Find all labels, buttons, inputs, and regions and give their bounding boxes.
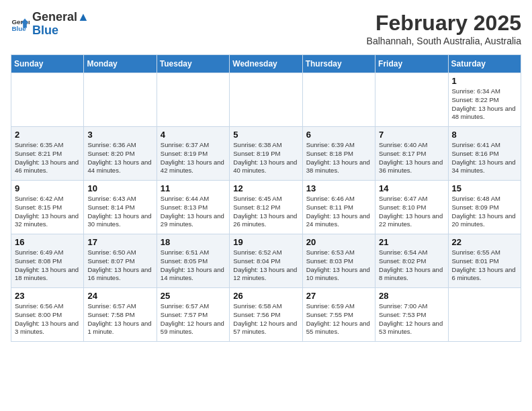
day-number: 1 — [452, 76, 517, 86]
day-number: 4 — [161, 130, 226, 140]
header: General Blue General▲ Blue February 2025… — [11, 11, 521, 46]
calendar-cell: 1Sunrise: 6:34 AM Sunset: 8:22 PM Daylig… — [448, 73, 521, 127]
calendar-cell: 21Sunrise: 6:54 AM Sunset: 8:02 PM Dayli… — [375, 234, 448, 288]
calendar-cell: 4Sunrise: 6:37 AM Sunset: 8:19 PM Daylig… — [157, 127, 229, 181]
calendar-cell: 19Sunrise: 6:52 AM Sunset: 8:04 PM Dayli… — [230, 234, 302, 288]
day-number: 20 — [306, 237, 371, 247]
day-number: 26 — [233, 291, 298, 301]
day-number: 15 — [452, 183, 517, 193]
day-number: 5 — [233, 130, 298, 140]
calendar-cell: 25Sunrise: 6:57 AM Sunset: 7:57 PM Dayli… — [157, 288, 229, 342]
day-info: Sunrise: 6:54 AM Sunset: 8:02 PM Dayligh… — [379, 248, 444, 283]
day-info: Sunrise: 6:58 AM Sunset: 7:56 PM Dayligh… — [233, 302, 298, 336]
day-number: 14 — [379, 183, 444, 193]
calendar-cell: 27Sunrise: 6:59 AM Sunset: 7:55 PM Dayli… — [302, 288, 375, 342]
calendar-week-row: 9Sunrise: 6:42 AM Sunset: 8:15 PM Daylig… — [11, 181, 521, 234]
day-number: 28 — [379, 291, 444, 301]
calendar-cell — [230, 73, 302, 127]
day-info: Sunrise: 6:47 AM Sunset: 8:10 PM Dayligh… — [379, 195, 444, 229]
day-info: Sunrise: 6:36 AM Sunset: 8:20 PM Dayligh… — [87, 141, 152, 175]
day-number: 8 — [452, 130, 517, 140]
calendar-cell: 20Sunrise: 6:53 AM Sunset: 8:03 PM Dayli… — [302, 234, 375, 288]
day-number: 3 — [87, 130, 152, 140]
calendar-week-row: 16Sunrise: 6:49 AM Sunset: 8:08 PM Dayli… — [11, 234, 521, 288]
day-info: Sunrise: 6:57 AM Sunset: 7:58 PM Dayligh… — [87, 302, 152, 336]
day-info: Sunrise: 6:56 AM Sunset: 8:00 PM Dayligh… — [15, 302, 80, 336]
calendar-cell: 13Sunrise: 6:46 AM Sunset: 8:11 PM Dayli… — [302, 181, 375, 234]
calendar-cell: 26Sunrise: 6:58 AM Sunset: 7:56 PM Dayli… — [230, 288, 302, 342]
day-number: 25 — [161, 291, 226, 301]
calendar-cell: 6Sunrise: 6:39 AM Sunset: 8:18 PM Daylig… — [302, 127, 375, 181]
day-info: Sunrise: 6:46 AM Sunset: 8:11 PM Dayligh… — [306, 195, 371, 229]
day-number: 19 — [233, 237, 298, 247]
header-row: Sunday Monday Tuesday Wednesday Thursday… — [11, 55, 521, 73]
calendar-cell: 18Sunrise: 6:51 AM Sunset: 8:05 PM Dayli… — [157, 234, 229, 288]
day-number: 23 — [15, 291, 80, 301]
calendar-cell: 16Sunrise: 6:49 AM Sunset: 8:08 PM Dayli… — [11, 234, 84, 288]
calendar-cell: 8Sunrise: 6:41 AM Sunset: 8:16 PM Daylig… — [448, 127, 521, 181]
calendar-cell — [375, 73, 448, 127]
day-info: Sunrise: 6:37 AM Sunset: 8:19 PM Dayligh… — [161, 141, 226, 175]
col-tuesday: Tuesday — [157, 55, 229, 73]
day-number: 18 — [161, 237, 226, 247]
calendar-cell — [302, 73, 375, 127]
calendar-cell: 3Sunrise: 6:36 AM Sunset: 8:20 PM Daylig… — [84, 127, 157, 181]
calendar-cell: 28Sunrise: 7:00 AM Sunset: 7:53 PM Dayli… — [375, 288, 448, 342]
calendar-body: 1Sunrise: 6:34 AM Sunset: 8:22 PM Daylig… — [11, 73, 521, 342]
calendar-cell: 15Sunrise: 6:48 AM Sunset: 8:09 PM Dayli… — [448, 181, 521, 234]
day-info: Sunrise: 6:50 AM Sunset: 8:07 PM Dayligh… — [87, 248, 152, 283]
day-info: Sunrise: 6:40 AM Sunset: 8:17 PM Dayligh… — [379, 141, 444, 175]
calendar-cell: 24Sunrise: 6:57 AM Sunset: 7:58 PM Dayli… — [84, 288, 157, 342]
day-info: Sunrise: 6:44 AM Sunset: 8:13 PM Dayligh… — [161, 195, 226, 229]
calendar-cell: 9Sunrise: 6:42 AM Sunset: 8:15 PM Daylig… — [11, 181, 84, 234]
day-info: Sunrise: 6:53 AM Sunset: 8:03 PM Dayligh… — [306, 248, 371, 283]
calendar-table: Sunday Monday Tuesday Wednesday Thursday… — [11, 54, 521, 342]
day-info: Sunrise: 6:35 AM Sunset: 8:21 PM Dayligh… — [15, 141, 80, 175]
day-info: Sunrise: 6:34 AM Sunset: 8:22 PM Dayligh… — [452, 87, 517, 122]
month-title: February 2025 — [367, 11, 521, 36]
col-saturday: Saturday — [448, 55, 521, 73]
day-number: 12 — [233, 183, 298, 193]
day-info: Sunrise: 6:45 AM Sunset: 8:12 PM Dayligh… — [233, 195, 298, 229]
calendar-cell: 10Sunrise: 6:43 AM Sunset: 8:14 PM Dayli… — [84, 181, 157, 234]
calendar-cell: 7Sunrise: 6:40 AM Sunset: 8:17 PM Daylig… — [375, 127, 448, 181]
calendar-cell: 2Sunrise: 6:35 AM Sunset: 8:21 PM Daylig… — [11, 127, 84, 181]
calendar-cell — [84, 73, 157, 127]
day-info: Sunrise: 6:49 AM Sunset: 8:08 PM Dayligh… — [15, 248, 80, 283]
day-info: Sunrise: 6:43 AM Sunset: 8:14 PM Dayligh… — [87, 195, 152, 229]
day-number: 6 — [306, 130, 371, 140]
col-wednesday: Wednesday — [230, 55, 302, 73]
col-monday: Monday — [84, 55, 157, 73]
day-number: 11 — [161, 183, 226, 193]
day-number: 16 — [15, 237, 80, 247]
day-number: 13 — [306, 183, 371, 193]
logo-icon: General Blue — [11, 15, 30, 34]
day-info: Sunrise: 6:39 AM Sunset: 8:18 PM Dayligh… — [306, 141, 371, 175]
day-number: 7 — [379, 130, 444, 140]
day-info: Sunrise: 6:55 AM Sunset: 8:01 PM Dayligh… — [452, 248, 517, 283]
day-number: 24 — [87, 291, 152, 301]
calendar-cell: 11Sunrise: 6:44 AM Sunset: 8:13 PM Dayli… — [157, 181, 229, 234]
calendar-cell — [448, 288, 521, 342]
calendar-cell — [11, 73, 84, 127]
location-subtitle: Balhannah, South Australia, Australia — [367, 36, 521, 46]
day-info: Sunrise: 6:41 AM Sunset: 8:16 PM Dayligh… — [452, 141, 517, 175]
calendar-cell: 23Sunrise: 6:56 AM Sunset: 8:00 PM Dayli… — [11, 288, 84, 342]
logo-text: General▲ Blue — [32, 11, 89, 38]
col-thursday: Thursday — [302, 55, 375, 73]
day-info: Sunrise: 6:59 AM Sunset: 7:55 PM Dayligh… — [306, 302, 371, 336]
day-number: 9 — [15, 183, 80, 193]
day-number: 2 — [15, 130, 80, 140]
title-section: February 2025 Balhannah, South Australia… — [367, 11, 521, 46]
logo: General Blue General▲ Blue — [11, 11, 89, 38]
day-number: 22 — [452, 237, 517, 247]
col-sunday: Sunday — [11, 55, 84, 73]
day-info: Sunrise: 7:00 AM Sunset: 7:53 PM Dayligh… — [379, 302, 444, 336]
day-info: Sunrise: 6:57 AM Sunset: 7:57 PM Dayligh… — [161, 302, 226, 336]
day-info: Sunrise: 6:38 AM Sunset: 8:19 PM Dayligh… — [233, 141, 298, 175]
day-number: 10 — [87, 183, 152, 193]
day-number: 17 — [87, 237, 152, 247]
calendar-cell: 14Sunrise: 6:47 AM Sunset: 8:10 PM Dayli… — [375, 181, 448, 234]
day-info: Sunrise: 6:52 AM Sunset: 8:04 PM Dayligh… — [233, 248, 298, 283]
calendar-week-row: 23Sunrise: 6:56 AM Sunset: 8:00 PM Dayli… — [11, 288, 521, 342]
